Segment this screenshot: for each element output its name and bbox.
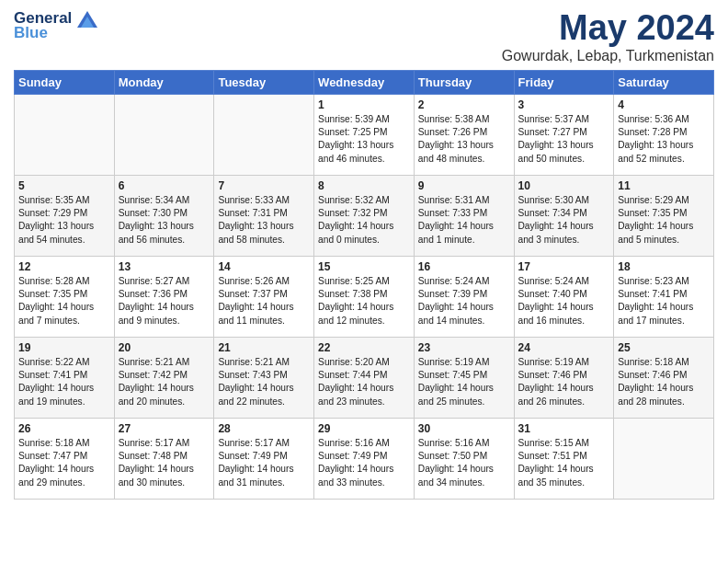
day-info: Sunrise: 5:26 AMSunset: 7:37 PMDaylight:… — [218, 275, 310, 327]
day-info: Sunrise: 5:39 AMSunset: 7:25 PMDaylight:… — [318, 113, 410, 166]
calendar-cell: 7Sunrise: 5:33 AMSunset: 7:31 PMDaylight… — [214, 175, 314, 256]
day-number: 7 — [218, 179, 310, 192]
day-info: Sunrise: 5:20 AMSunset: 7:44 PMDaylight:… — [318, 356, 410, 408]
day-number: 21 — [218, 341, 310, 354]
col-thursday: Thursday — [414, 70, 514, 94]
calendar-cell: 15Sunrise: 5:25 AMSunset: 7:38 PMDayligh… — [314, 256, 415, 337]
day-info: Sunrise: 5:25 AMSunset: 7:38 PMDaylight:… — [318, 275, 410, 327]
calendar-cell — [614, 418, 714, 499]
day-number: 23 — [418, 341, 510, 354]
calendar-cell: 21Sunrise: 5:21 AMSunset: 7:43 PMDayligh… — [214, 337, 314, 418]
calendar-cell: 13Sunrise: 5:27 AMSunset: 7:36 PMDayligh… — [114, 256, 214, 337]
day-info: Sunrise: 5:24 AMSunset: 7:39 PMDaylight:… — [418, 275, 510, 327]
col-sunday: Sunday — [15, 70, 115, 94]
page-header: General Blue May 2024 Gowurdak, Lebap, T… — [14, 9, 714, 64]
col-saturday: Saturday — [614, 70, 714, 94]
day-info: Sunrise: 5:18 AMSunset: 7:47 PMDaylight:… — [18, 437, 110, 489]
calendar-cell: 11Sunrise: 5:29 AMSunset: 7:35 PMDayligh… — [614, 175, 714, 256]
day-number: 6 — [119, 179, 210, 192]
day-info: Sunrise: 5:29 AMSunset: 7:35 PMDaylight:… — [618, 194, 710, 247]
day-info: Sunrise: 5:19 AMSunset: 7:45 PMDaylight:… — [418, 356, 510, 408]
day-number: 20 — [119, 341, 210, 354]
calendar-cell: 19Sunrise: 5:22 AMSunset: 7:41 PMDayligh… — [15, 337, 115, 418]
day-info: Sunrise: 5:28 AMSunset: 7:35 PMDaylight:… — [18, 275, 110, 327]
subtitle: Gowurdak, Lebap, Turkmenistan — [502, 48, 714, 64]
day-info: Sunrise: 5:21 AMSunset: 7:43 PMDaylight:… — [218, 356, 310, 408]
calendar-cell: 26Sunrise: 5:18 AMSunset: 7:47 PMDayligh… — [15, 418, 115, 499]
day-number: 18 — [618, 260, 710, 273]
calendar-cell — [214, 94, 314, 175]
day-info: Sunrise: 5:21 AMSunset: 7:42 PMDaylight:… — [119, 356, 210, 408]
day-info: Sunrise: 5:16 AMSunset: 7:49 PMDaylight:… — [318, 437, 410, 489]
logo-icon — [77, 11, 97, 28]
calendar-cell: 4Sunrise: 5:36 AMSunset: 7:28 PMDaylight… — [614, 94, 714, 175]
calendar-cell: 6Sunrise: 5:34 AMSunset: 7:30 PMDaylight… — [114, 175, 214, 256]
day-info: Sunrise: 5:38 AMSunset: 7:26 PMDaylight:… — [418, 113, 510, 166]
day-info: Sunrise: 5:35 AMSunset: 7:29 PMDaylight:… — [18, 194, 110, 247]
calendar-cell: 3Sunrise: 5:37 AMSunset: 7:27 PMDaylight… — [514, 94, 614, 175]
calendar-cell: 14Sunrise: 5:26 AMSunset: 7:37 PMDayligh… — [214, 256, 314, 337]
col-wednesday: Wednesday — [314, 70, 415, 94]
col-monday: Monday — [114, 70, 214, 94]
day-number: 31 — [518, 422, 610, 435]
calendar-week-2: 5Sunrise: 5:35 AMSunset: 7:29 PMDaylight… — [15, 175, 714, 256]
calendar-week-4: 19Sunrise: 5:22 AMSunset: 7:41 PMDayligh… — [15, 337, 714, 418]
day-info: Sunrise: 5:19 AMSunset: 7:46 PMDaylight:… — [518, 356, 610, 408]
day-number: 24 — [518, 341, 610, 354]
day-info: Sunrise: 5:27 AMSunset: 7:36 PMDaylight:… — [119, 275, 210, 327]
day-info: Sunrise: 5:17 AMSunset: 7:48 PMDaylight:… — [119, 437, 210, 489]
day-number: 2 — [418, 98, 510, 111]
day-info: Sunrise: 5:22 AMSunset: 7:41 PMDaylight:… — [18, 356, 110, 408]
calendar-cell: 5Sunrise: 5:35 AMSunset: 7:29 PMDaylight… — [15, 175, 115, 256]
day-number: 22 — [318, 341, 410, 354]
day-number: 3 — [518, 98, 610, 111]
day-info: Sunrise: 5:17 AMSunset: 7:49 PMDaylight:… — [218, 437, 310, 489]
day-info: Sunrise: 5:36 AMSunset: 7:28 PMDaylight:… — [618, 113, 710, 166]
title-block: May 2024 Gowurdak, Lebap, Turkmenistan — [502, 9, 714, 64]
day-number: 30 — [418, 422, 510, 435]
day-info: Sunrise: 5:18 AMSunset: 7:46 PMDaylight:… — [618, 356, 710, 408]
calendar-cell: 17Sunrise: 5:24 AMSunset: 7:40 PMDayligh… — [514, 256, 614, 337]
calendar-cell: 10Sunrise: 5:30 AMSunset: 7:34 PMDayligh… — [514, 175, 614, 256]
day-info: Sunrise: 5:15 AMSunset: 7:51 PMDaylight:… — [518, 437, 610, 489]
calendar-cell: 8Sunrise: 5:32 AMSunset: 7:32 PMDaylight… — [314, 175, 415, 256]
logo: General Blue — [14, 9, 99, 42]
calendar-cell: 16Sunrise: 5:24 AMSunset: 7:39 PMDayligh… — [414, 256, 514, 337]
col-friday: Friday — [514, 70, 614, 94]
calendar-cell: 1Sunrise: 5:39 AMSunset: 7:25 PMDaylight… — [314, 94, 415, 175]
calendar-body: 1Sunrise: 5:39 AMSunset: 7:25 PMDaylight… — [15, 94, 714, 499]
day-number: 16 — [418, 260, 510, 273]
day-info: Sunrise: 5:23 AMSunset: 7:41 PMDaylight:… — [618, 275, 710, 327]
calendar-cell — [15, 94, 115, 175]
day-number: 1 — [318, 98, 410, 111]
day-number: 25 — [618, 341, 710, 354]
day-info: Sunrise: 5:37 AMSunset: 7:27 PMDaylight:… — [518, 113, 610, 166]
day-number: 17 — [518, 260, 610, 273]
calendar-cell: 29Sunrise: 5:16 AMSunset: 7:49 PMDayligh… — [314, 418, 415, 499]
day-number: 8 — [318, 179, 410, 192]
day-info: Sunrise: 5:16 AMSunset: 7:50 PMDaylight:… — [418, 437, 510, 489]
header-row: Sunday Monday Tuesday Wednesday Thursday… — [15, 70, 714, 94]
day-info: Sunrise: 5:30 AMSunset: 7:34 PMDaylight:… — [518, 194, 610, 247]
day-number: 14 — [218, 260, 310, 273]
calendar-week-5: 26Sunrise: 5:18 AMSunset: 7:47 PMDayligh… — [15, 418, 714, 499]
day-number: 12 — [18, 260, 110, 273]
day-info: Sunrise: 5:34 AMSunset: 7:30 PMDaylight:… — [119, 194, 210, 247]
calendar-cell: 23Sunrise: 5:19 AMSunset: 7:45 PMDayligh… — [414, 337, 514, 418]
day-info: Sunrise: 5:32 AMSunset: 7:32 PMDaylight:… — [318, 194, 410, 247]
col-tuesday: Tuesday — [214, 70, 314, 94]
calendar-cell: 2Sunrise: 5:38 AMSunset: 7:26 PMDaylight… — [414, 94, 514, 175]
day-info: Sunrise: 5:31 AMSunset: 7:33 PMDaylight:… — [418, 194, 510, 247]
day-info: Sunrise: 5:24 AMSunset: 7:40 PMDaylight:… — [518, 275, 610, 327]
calendar-cell — [114, 94, 214, 175]
day-number: 26 — [18, 422, 110, 435]
calendar-week-3: 12Sunrise: 5:28 AMSunset: 7:35 PMDayligh… — [15, 256, 714, 337]
calendar-cell: 24Sunrise: 5:19 AMSunset: 7:46 PMDayligh… — [514, 337, 614, 418]
day-number: 27 — [119, 422, 210, 435]
calendar-cell: 30Sunrise: 5:16 AMSunset: 7:50 PMDayligh… — [414, 418, 514, 499]
day-number: 13 — [119, 260, 210, 273]
calendar-cell: 18Sunrise: 5:23 AMSunset: 7:41 PMDayligh… — [614, 256, 714, 337]
calendar-cell: 31Sunrise: 5:15 AMSunset: 7:51 PMDayligh… — [514, 418, 614, 499]
calendar-cell: 9Sunrise: 5:31 AMSunset: 7:33 PMDaylight… — [414, 175, 514, 256]
calendar-cell: 25Sunrise: 5:18 AMSunset: 7:46 PMDayligh… — [614, 337, 714, 418]
